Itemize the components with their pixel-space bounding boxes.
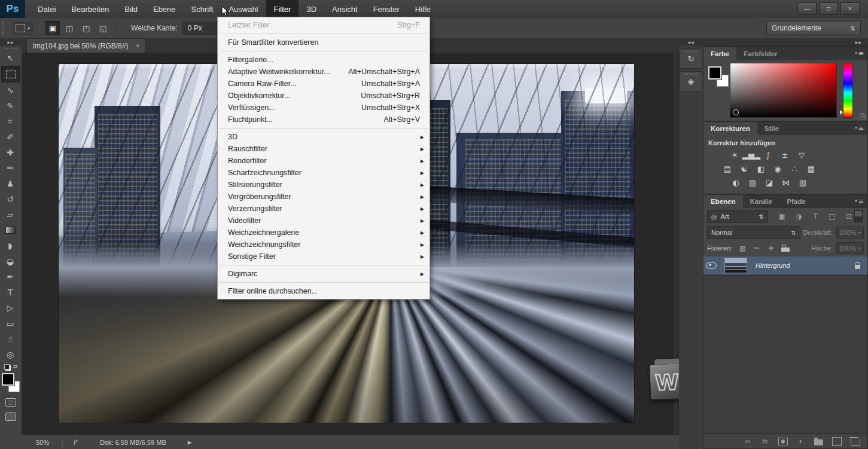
gradient-map-icon[interactable]: ⋈	[779, 178, 793, 188]
panels-expand-bar[interactable]: ▶▶	[703, 38, 868, 46]
type-layer-filter-icon[interactable]: T	[811, 212, 820, 221]
crop-tool[interactable]: ⌗	[1, 114, 19, 129]
filter-menu-item[interactable]: Letzter FilterStrg+F	[218, 19, 430, 31]
layer-effects-icon[interactable]: fx	[761, 438, 769, 445]
adjustments-tab-korrekturen[interactable]: Korrekturen	[703, 122, 757, 135]
menubar-item-ebene[interactable]: Ebene	[145, 0, 184, 18]
filter-menu-item[interactable]: Digimarc▶	[218, 268, 430, 280]
layers-tab-kanäle[interactable]: Kanäle	[743, 195, 780, 208]
color-tab-farbe[interactable]: Farbe	[703, 47, 736, 60]
color-tab-farbfelder[interactable]: Farbfelder	[736, 47, 784, 60]
minimize-button[interactable]: —	[797, 2, 817, 15]
history-brush-tool[interactable]: ↺	[1, 191, 19, 207]
foreground-color-swatch[interactable]	[2, 373, 14, 386]
brush-tool[interactable]: ✏	[1, 160, 19, 176]
filter-menu-item[interactable]: Für Smartfilter konvertieren	[218, 36, 430, 48]
dock-collapse-bar[interactable]: ◀◀	[679, 38, 703, 46]
posterize-icon[interactable]: ▨	[745, 178, 760, 188]
opacity-value[interactable]: 100% ▾	[836, 227, 864, 239]
menubar-item-filter[interactable]: Filter	[266, 0, 299, 18]
menubar-item-hilfe[interactable]: Hilfe	[407, 0, 438, 18]
filter-menu-item[interactable]: Scharfzeichnungsfilter▶	[218, 167, 430, 179]
move-tool[interactable]: ↖	[1, 50, 19, 66]
vibrance-icon[interactable]: ▽	[794, 150, 809, 160]
screen-mode-button[interactable]	[5, 413, 16, 421]
new-adjustment-layer-icon[interactable]: ◐	[797, 437, 805, 445]
filter-menu-item[interactable]: Camera Raw-Filter...Umschalt+Strg+A	[218, 78, 430, 90]
filter-menu-item[interactable]: Filtergalerie...	[218, 54, 430, 66]
blur-tool[interactable]: ◗	[1, 238, 19, 253]
quick-mask-button[interactable]	[5, 398, 16, 407]
document-tab[interactable]: img104.jpg bei 50% (RGB/8#) ×	[26, 38, 146, 53]
hue-saturation-icon[interactable]: ▤	[720, 164, 735, 174]
gradient-tool[interactable]	[1, 222, 19, 238]
add-to-selection-button[interactable]: ◫	[62, 21, 77, 35]
close-button[interactable]: ×	[840, 2, 860, 15]
default-colors-icon[interactable]	[4, 364, 10, 369]
curves-icon[interactable]: ∫	[761, 150, 775, 160]
layer-filter-type-select[interactable]: ◎ Art ⇅	[707, 210, 768, 223]
pen-tool[interactable]: ✒	[1, 269, 19, 285]
adjustments-tab-stile[interactable]: Stile	[757, 122, 786, 135]
new-selection-button[interactable]: ▣	[45, 21, 60, 35]
color-balance-icon[interactable]: ☯	[737, 164, 751, 174]
filter-menu-item[interactable]: Sonstige Filter▶	[218, 251, 430, 262]
brightness-contrast-icon[interactable]: ☀	[727, 150, 742, 160]
foreground-color-swatch[interactable]	[708, 66, 721, 80]
lock-all-icon[interactable]	[781, 248, 790, 252]
fill-value[interactable]: 100% ▾	[836, 242, 864, 254]
layers-tab-ebenen[interactable]: Ebenen	[703, 195, 743, 208]
black-white-icon[interactable]: ◧	[754, 164, 768, 174]
maximize-button[interactable]: □	[819, 2, 838, 15]
adjustment-layer-filter-icon[interactable]: ◑	[794, 212, 803, 221]
layer-visibility-cell[interactable]	[703, 256, 720, 274]
tab-close-icon[interactable]: ×	[135, 42, 139, 50]
link-layers-icon[interactable]: ∞	[744, 437, 752, 445]
layer-thumbnail[interactable]	[724, 258, 747, 273]
filter-menu-item[interactable]: Objektivkorrektur...Umschalt+Strg+R	[218, 90, 430, 102]
lock-pixels-icon[interactable]: ✏	[753, 245, 761, 252]
menubar-item-fenster[interactable]: Fenster	[366, 0, 407, 18]
intersect-selection-button[interactable]: ◱	[96, 21, 110, 35]
tool-preset-picker[interactable]: ▾	[13, 22, 33, 35]
rectangular-marquee-tool[interactable]	[1, 66, 20, 83]
menubar-item-3d[interactable]: 3D	[299, 0, 324, 18]
swap-colors-icon[interactable]: ⇄	[13, 364, 18, 369]
levels-icon[interactable]: ▂▅▂	[744, 150, 759, 160]
layer-mask-icon[interactable]	[778, 438, 788, 445]
eyedropper-tool[interactable]: ✐	[1, 129, 19, 145]
zoom-tool[interactable]: ◎	[1, 347, 19, 362]
filter-menu-item[interactable]: Weichzeichnungsfilter▶	[218, 239, 430, 251]
saturation-brightness-field[interactable]	[730, 63, 837, 118]
panel-resize-grip[interactable]	[859, 113, 866, 120]
layer-row-hintergrund[interactable]: Hintergrund	[703, 256, 867, 275]
dodge-tool[interactable]: ◒	[1, 253, 19, 269]
layer-filter-toggle[interactable]	[854, 210, 863, 222]
tools-expand-icon[interactable]: ▶▶	[0, 38, 22, 46]
panel-menu-icon[interactable]: ≡	[855, 197, 864, 205]
exposure-icon[interactable]: ±	[778, 150, 792, 160]
channel-mixer-icon[interactable]: ∴	[787, 164, 802, 174]
quick-selection-tool[interactable]: ✎	[1, 98, 19, 114]
new-layer-icon[interactable]	[832, 437, 842, 446]
panel-menu-icon[interactable]: ≡	[855, 124, 864, 132]
layers-tab-pfade[interactable]: Pfade	[779, 195, 812, 208]
menubar-item-bild[interactable]: Bild	[117, 0, 145, 18]
lasso-tool[interactable]: ∿	[1, 83, 19, 98]
menubar-item-schrift[interactable]: Schrift	[184, 0, 221, 18]
status-expand-arrow[interactable]: ▶	[188, 439, 192, 445]
filter-menu-item[interactable]: Rauschfilter▶	[218, 143, 430, 155]
filter-menu-item[interactable]: Videofilter▶	[218, 215, 430, 227]
eraser-tool[interactable]: ▱	[1, 207, 19, 222]
export-icon[interactable]: ↱	[72, 438, 78, 447]
filter-menu-item[interactable]: Adaptive Weitwinkelkorrektur...Alt+Umsch…	[218, 66, 430, 78]
photo-filter-icon[interactable]: ◉	[770, 164, 785, 174]
color-lookup-icon[interactable]: ▦	[804, 164, 818, 174]
smart-object-filter-icon[interactable]: ⊡	[845, 212, 853, 221]
filter-menu-item[interactable]: Vergröberungsfilter▶	[218, 191, 430, 203]
shape-layer-filter-icon[interactable]: □	[828, 212, 836, 221]
lock-position-icon[interactable]: ✛	[767, 245, 775, 252]
menubar-item-datei[interactable]: Datei	[30, 0, 63, 18]
pixel-layer-filter-icon[interactable]: ▣	[778, 212, 786, 221]
hue-slider[interactable]	[843, 63, 853, 118]
